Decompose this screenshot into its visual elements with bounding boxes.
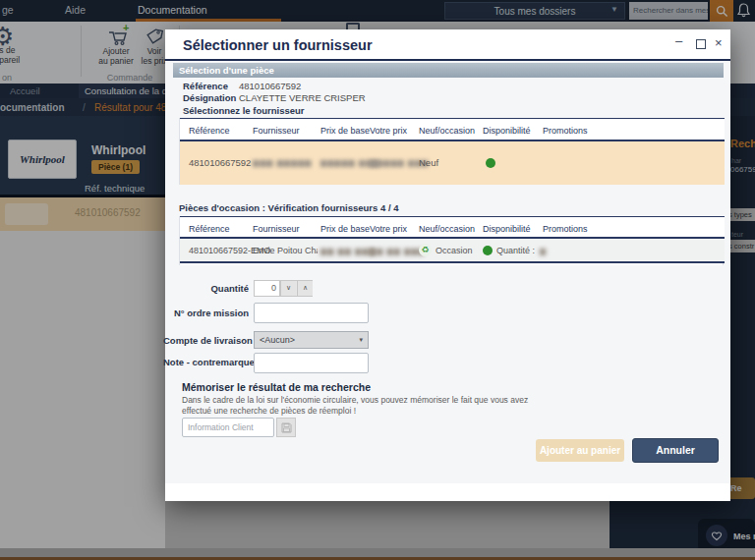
- select-supplier-dialog: Sélectionner un fournisseur – × Sélectio…: [165, 29, 730, 501]
- delivery-account-label: Compte de livraison: [163, 335, 249, 346]
- stepper-up-icon[interactable]: ∧: [297, 281, 313, 296]
- occasion-section-heading: Pièces d'occasion : Vérification fournis…: [179, 202, 398, 213]
- cell-fournisseur-redacted: ▆▆▆ ▆▆▆▆▆: [253, 158, 312, 167]
- col-disponibilite: Disponibilité: [483, 224, 531, 234]
- table-header-row: Référence Fournisseur Prix de base Votre…: [180, 216, 725, 239]
- cell-condition: Occasion: [436, 246, 473, 255]
- save-search-button[interactable]: [276, 418, 296, 437]
- quantity-value[interactable]: 0: [255, 281, 280, 296]
- floppy-icon: [281, 422, 292, 433]
- order-mission-input[interactable]: [254, 303, 369, 323]
- col-fournisseur: Fournisseur: [253, 126, 300, 136]
- designation-label: Désignation: [183, 92, 236, 103]
- chevron-down-icon: ▾: [359, 336, 363, 344]
- col-neuf-occasion: Neuf/occasion: [419, 126, 475, 136]
- client-info-input[interactable]: Information Client: [182, 418, 274, 437]
- add-to-cart-button[interactable]: Ajouter au panier: [536, 439, 624, 462]
- new-parts-table: Référence Fournisseur Prix de base Votre…: [179, 118, 724, 185]
- col-reference: Référence: [189, 224, 230, 234]
- col-prix-de-base: Prix de base: [320, 224, 370, 234]
- memorize-text-line1: Dans le cadre de la loi sur l'économie c…: [182, 395, 528, 405]
- cell-reference: 481010667592: [189, 157, 251, 168]
- select-supplier-heading: Sélectionnez le fournisseur: [183, 105, 305, 116]
- order-mission-label: N° ordre mission: [163, 308, 249, 318]
- cell-votre-prix-redacted: ▆▆ ▆▆ ▆▆▆: [370, 247, 426, 255]
- availability-dot-icon: [483, 246, 493, 255]
- table-header-row: Référence Fournisseur Prix de base Votre…: [180, 118, 725, 141]
- maximize-icon[interactable]: [696, 39, 706, 49]
- col-disponibilite: Disponibilité: [483, 126, 531, 136]
- cell-fournisseur: Envie Poitou Charent: [253, 246, 318, 255]
- col-votre-prix: Votre prix: [370, 224, 407, 234]
- availability-dot-icon: [486, 158, 495, 168]
- close-icon[interactable]: ×: [715, 35, 723, 50]
- cell-prix-base-redacted: ▆▆ ▆▆ ▆▆▆: [320, 247, 377, 255]
- reference-label: Référence: [183, 81, 228, 91]
- col-promotions: Promotions: [543, 224, 588, 234]
- quantity-label: Quantité: [163, 283, 249, 294]
- new-part-row-selected[interactable]: 481010667592 ▆▆▆ ▆▆▆▆▆ ▆▆▆▆▆ ▆▆▆ ▆▆▆▆▆ ▆…: [180, 141, 725, 185]
- reference-value: 481010667592: [239, 81, 301, 91]
- dialog-body: Sélection d'une pièce Référence 48101066…: [165, 61, 730, 483]
- section-header-piece: Sélection d'une pièce: [173, 63, 724, 78]
- used-parts-table: Référence Fournisseur Prix de base Votre…: [179, 216, 724, 265]
- stepper-down-icon[interactable]: ∨: [280, 281, 296, 296]
- col-fournisseur: Fournisseur: [253, 224, 300, 234]
- application-window: ge Aide Documentation Tous mes dossiers …: [0, 0, 755, 560]
- note-input[interactable]: [254, 353, 369, 373]
- col-reference: Référence: [189, 126, 230, 136]
- quantity-stepper[interactable]: 0 ∨ ∧: [254, 280, 313, 297]
- cell-quantity-redacted: ▆: [540, 247, 547, 255]
- memorize-heading: Mémoriser le résultat de ma recherche: [182, 381, 371, 393]
- delivery-account-select[interactable]: <Aucun> ▾: [254, 331, 369, 349]
- col-promotions: Promotions: [543, 126, 588, 136]
- memorize-text-line2: effectué une recherche de pièces de réem…: [182, 406, 356, 416]
- used-part-row[interactable]: 481010667592-EMO Envie Poitou Charent ▆▆…: [180, 239, 725, 263]
- delivery-account-value: <Aucun>: [255, 332, 368, 345]
- col-prix-de-base: Prix de base: [320, 126, 370, 136]
- cell-condition: Neuf: [419, 157, 438, 168]
- dialog-title: Sélectionner un fournisseur: [183, 37, 373, 53]
- recycle-icon: ♻: [419, 244, 432, 256]
- col-neuf-occasion: Neuf/occasion: [419, 224, 475, 234]
- note-label: Note - contremarque: [163, 357, 249, 367]
- cancel-button[interactable]: Annuler: [632, 438, 719, 463]
- client-info-placeholder: Information Client: [183, 419, 273, 436]
- cell-quantity-label: Quantité :: [496, 246, 535, 255]
- designation-value: CLAYETTE VERRE CRISPER: [239, 92, 366, 103]
- col-votre-prix: Votre prix: [370, 126, 407, 136]
- minimize-icon[interactable]: –: [675, 33, 682, 48]
